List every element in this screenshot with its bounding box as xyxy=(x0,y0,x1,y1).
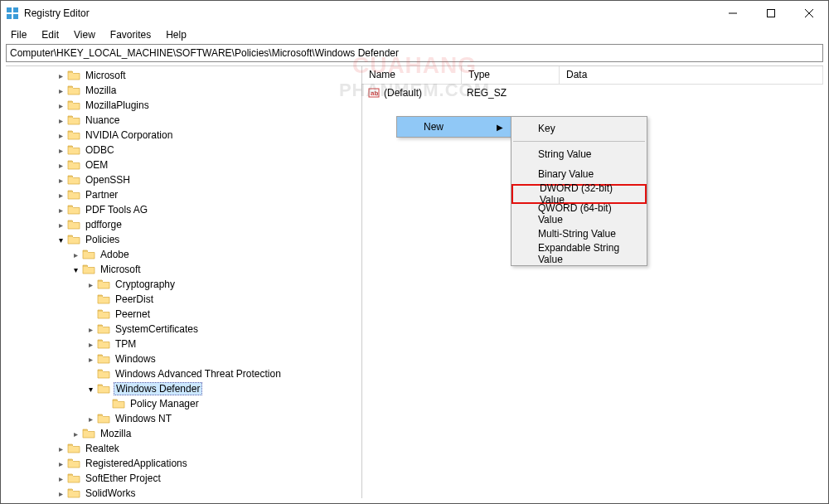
menu-edit[interactable]: Edit xyxy=(35,27,65,42)
tree-item-label: SystemCertificates xyxy=(114,323,200,335)
col-name[interactable]: Name xyxy=(362,66,462,84)
tree-item-label: Peernet xyxy=(114,308,152,320)
menu-file[interactable]: File xyxy=(4,27,33,42)
tree-item-label: ODBC xyxy=(84,144,116,156)
tree-item[interactable]: ▸Windows xyxy=(6,351,361,366)
folder-icon xyxy=(67,189,80,201)
tree-item[interactable]: ▾Policies xyxy=(6,232,361,247)
tree-item[interactable]: ▸pdfforge xyxy=(6,217,361,232)
tree-item[interactable]: Windows Advanced Threat Protection xyxy=(6,366,361,381)
tree-item-label: Windows Defender xyxy=(114,382,202,395)
folder-icon xyxy=(67,85,80,96)
folder-icon xyxy=(67,129,80,141)
address-path: Computer\HKEY_LOCAL_MACHINE\SOFTWARE\Pol… xyxy=(10,47,399,59)
tree-item[interactable]: Peernet xyxy=(6,307,361,322)
tree-item-label: Cryptography xyxy=(114,279,177,290)
ctx-new-multistring-label: Multi-String Value xyxy=(538,228,616,240)
tree-item[interactable]: ▸Mozilla xyxy=(6,83,361,98)
folder-icon xyxy=(67,458,80,469)
ctx-new-qword-label: QWORD (64-bit) Value xyxy=(538,202,627,225)
folder-icon xyxy=(97,308,110,320)
tree-item[interactable]: ▸ODBC xyxy=(6,143,361,158)
tree-item[interactable]: ▸SolidWorks xyxy=(6,486,361,498)
registry-editor-window: CUAHANG PHANMEM.COM Registry Editor File… xyxy=(0,0,829,504)
folder-icon xyxy=(97,383,110,395)
value-row[interactable]: ab(Default)REG_SZ xyxy=(362,85,823,101)
key-tree-pane[interactable]: ▸Microsoft▸Mozilla▸MozillaPlugins▸Nuance… xyxy=(6,66,362,498)
tree-item[interactable]: ▸SystemCertificates xyxy=(6,322,361,337)
tree-item[interactable]: ▸Microsoft xyxy=(6,68,361,83)
tree-item[interactable]: ▸Mozilla xyxy=(6,426,361,441)
folder-icon xyxy=(67,472,80,484)
ctx-new-multistring[interactable]: Multi-String Value xyxy=(511,224,647,244)
folder-icon xyxy=(82,428,95,439)
list-header: Name Type Data xyxy=(362,66,823,85)
string-value-icon: ab xyxy=(367,86,381,99)
folder-icon xyxy=(97,293,110,305)
ctx-new-key-label: Key xyxy=(538,123,555,134)
menu-help[interactable]: Help xyxy=(159,27,193,42)
folder-icon xyxy=(67,99,80,111)
tree-item-label: TPM xyxy=(114,338,138,350)
context-menu-new[interactable]: New ▶ xyxy=(397,117,511,137)
ctx-new-dword[interactable]: DWORD (32-bit) Value xyxy=(511,184,647,204)
ctx-new-binary[interactable]: Binary Value xyxy=(511,164,647,184)
svg-rect-0 xyxy=(7,7,12,12)
tree-item-label: Nuance xyxy=(84,114,121,126)
tree-item[interactable]: ▸Partner xyxy=(6,187,361,202)
tree-item[interactable]: ▸MozillaPlugins xyxy=(6,98,361,113)
svg-rect-5 xyxy=(768,10,775,17)
col-type[interactable]: Type xyxy=(462,66,560,84)
folder-icon xyxy=(67,487,80,498)
folder-icon xyxy=(97,338,110,350)
maximize-button[interactable] xyxy=(752,1,790,26)
folder-icon xyxy=(67,159,80,171)
tree-item[interactable]: ▸PDF Tools AG xyxy=(6,202,361,217)
menu-bar: File Edit View Favorites Help xyxy=(1,26,828,44)
tree-item[interactable]: ▸Cryptography xyxy=(6,277,361,292)
tree-item[interactable]: ▸Realtek xyxy=(6,441,361,456)
tree-item[interactable]: PeerDist xyxy=(6,292,361,307)
tree-item[interactable]: ▸Nuance xyxy=(6,113,361,128)
tree-item[interactable]: ▾Windows Defender xyxy=(6,381,361,396)
tree-item[interactable]: ▸Adobe xyxy=(6,247,361,262)
tree-item[interactable]: ▸OEM xyxy=(6,158,361,172)
tree-item-label: Microsoft xyxy=(99,264,143,275)
submenu-arrow-icon: ▶ xyxy=(497,123,503,132)
ctx-new-qword[interactable]: QWORD (64-bit) Value xyxy=(511,204,647,224)
tree-item[interactable]: Policy Manager xyxy=(6,396,361,411)
minimize-button[interactable] xyxy=(714,1,752,26)
svg-rect-2 xyxy=(7,14,12,19)
folder-icon xyxy=(97,279,110,290)
tree-item[interactable]: ▸NVIDIA Corporation xyxy=(6,128,361,143)
tree-item[interactable]: ▸TPM xyxy=(6,337,361,351)
tree-item-label: Realtek xyxy=(84,443,121,454)
menu-favorites[interactable]: Favorites xyxy=(104,27,158,42)
ctx-new-key[interactable]: Key xyxy=(511,119,647,138)
tree-item-label: Adobe xyxy=(99,249,131,260)
tree-item-label: Mozilla xyxy=(84,85,118,96)
tree-item[interactable]: ▸OpenSSH xyxy=(6,172,361,187)
tree-item[interactable]: ▾Microsoft xyxy=(6,262,361,277)
ctx-separator xyxy=(513,141,645,142)
folder-icon xyxy=(67,204,80,216)
ctx-new-string[interactable]: String Value xyxy=(511,144,647,164)
col-data[interactable]: Data xyxy=(560,66,823,84)
folder-icon xyxy=(67,174,80,186)
menu-view[interactable]: View xyxy=(67,27,102,42)
svg-rect-1 xyxy=(13,7,18,12)
ctx-new-expandstring[interactable]: Expandable String Value xyxy=(511,244,647,264)
tree-item[interactable]: ▸RegisteredApplications xyxy=(6,456,361,471)
tree-item-label: RegisteredApplications xyxy=(84,458,189,469)
tree-item-label: Policy Manager xyxy=(128,398,201,410)
folder-icon xyxy=(97,413,110,424)
value-name: (Default) xyxy=(384,87,467,99)
folder-icon xyxy=(67,70,80,81)
tree-item-label: OpenSSH xyxy=(84,174,132,186)
tree-item[interactable]: ▸Windows NT xyxy=(6,411,361,426)
close-button[interactable] xyxy=(790,1,828,26)
tree-item-label: PDF Tools AG xyxy=(84,204,149,216)
address-bar[interactable]: Computer\HKEY_LOCAL_MACHINE\SOFTWARE\Pol… xyxy=(6,44,823,62)
tree-item[interactable]: ▸SoftEther Project xyxy=(6,471,361,486)
tree-item-label: Policies xyxy=(84,234,121,245)
